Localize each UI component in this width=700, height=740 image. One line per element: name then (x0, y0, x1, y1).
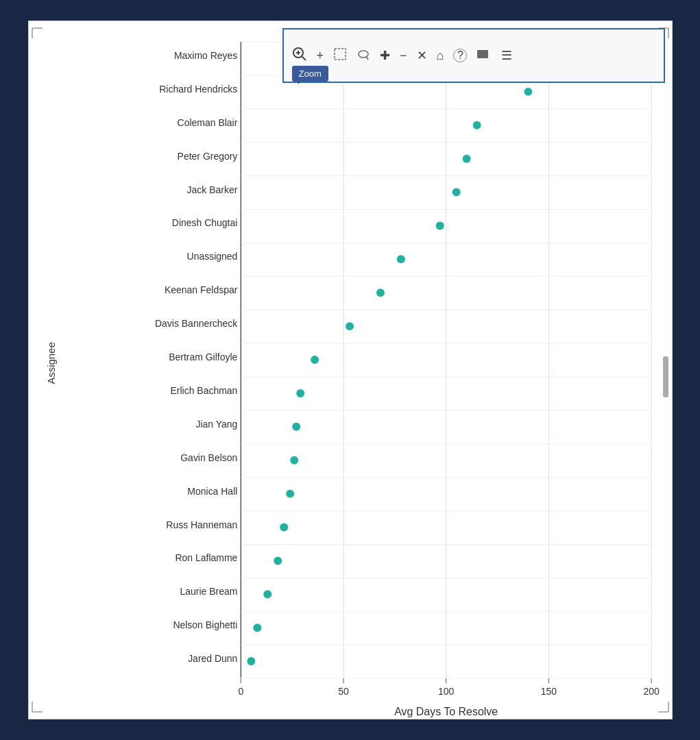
svg-text:Bertram Gilfoyle: Bertram Gilfoyle (169, 352, 237, 362)
svg-text:Avg Days To Resolve: Avg Days To Resolve (394, 706, 498, 717)
data-point-russ[interactable] (280, 523, 288, 532)
question-icon[interactable]: ? (453, 49, 467, 62)
lasso-icon[interactable] (357, 47, 370, 64)
data-point-ron[interactable] (274, 556, 282, 565)
svg-text:Dinesh Chugtai: Dinesh Chugtai (171, 217, 237, 228)
data-point-bertram[interactable] (311, 356, 319, 364)
svg-rect-4 (335, 49, 346, 60)
svg-text:Laurie Bream: Laurie Bream (180, 586, 237, 597)
svg-text:Peter Gregory: Peter Gregory (177, 151, 237, 162)
svg-text:Jack Barker: Jack Barker (186, 184, 237, 195)
data-point-jack[interactable] (452, 188, 460, 197)
zoom-icon[interactable]: Zoom 〉 (292, 47, 307, 65)
svg-text:150: 150 (540, 686, 557, 697)
data-point-dinesh[interactable] (435, 221, 444, 230)
svg-text:Assignee: Assignee (45, 342, 56, 384)
svg-text:0: 0 (238, 686, 243, 697)
svg-line-1 (302, 56, 306, 60)
chart-container: Zoom 〉 + ✚ − ✕ ⌂ ? ☰ (28, 21, 673, 719)
data-point-peter[interactable] (462, 155, 470, 163)
svg-text:200: 200 (643, 686, 660, 697)
svg-rect-73 (663, 356, 668, 397)
chart-area: /* computed row positions will be done v… (29, 21, 672, 719)
svg-text:Ron Laflamme: Ron Laflamme (175, 552, 237, 563)
times-icon[interactable]: ✕ (417, 48, 427, 63)
svg-text:Jared Dunn: Jared Dunn (188, 653, 237, 664)
svg-text:Maximo Reyes: Maximo Reyes (173, 50, 237, 61)
data-point-jared[interactable] (247, 657, 255, 665)
tag-icon[interactable] (476, 48, 492, 64)
add-icon[interactable]: + (317, 49, 324, 63)
zoom-tooltip: Zoom (292, 66, 328, 82)
svg-text:Richard Hendricks: Richard Hendricks (159, 84, 237, 95)
svg-text:Gavin Belson: Gavin Belson (180, 452, 237, 463)
data-point-keenan[interactable] (376, 288, 384, 297)
svg-text:Davis Bannercheck: Davis Bannercheck (154, 318, 237, 329)
selection-icon[interactable] (333, 47, 347, 64)
data-point-davis[interactable] (346, 322, 354, 330)
menu-icon[interactable]: ☰ (501, 48, 512, 63)
svg-text:100: 100 (438, 686, 455, 697)
data-point-coleman[interactable] (472, 121, 481, 130)
data-point-richard[interactable] (524, 88, 532, 96)
data-point-laurie[interactable] (263, 590, 271, 598)
data-point-jian[interactable] (292, 423, 300, 431)
data-point-unassigned[interactable] (396, 255, 405, 263)
data-point-monica[interactable] (286, 490, 294, 498)
svg-text:Keenan Feldspar: Keenan Feldspar (164, 284, 237, 295)
data-point-erlich[interactable] (296, 389, 304, 397)
svg-text:Russ Hanneman: Russ Hanneman (166, 519, 237, 530)
svg-text:Coleman Blair: Coleman Blair (177, 117, 237, 128)
svg-text:50: 50 (338, 686, 349, 697)
svg-text:Nelson Bighetti: Nelson Bighetti (173, 619, 237, 630)
svg-rect-7 (477, 50, 488, 58)
minus-icon[interactable]: − (400, 49, 407, 63)
crosshair-icon[interactable]: ✚ (380, 48, 390, 63)
svg-text:Jian Yang: Jian Yang (195, 419, 237, 430)
data-point-gavin[interactable] (290, 456, 298, 465)
data-point-nelson[interactable] (253, 624, 261, 632)
svg-text:Unassigned: Unassigned (186, 251, 237, 262)
svg-text:Erlich Bachman: Erlich Bachman (170, 385, 237, 396)
toolbar: Zoom 〉 + ✚ − ✕ ⌂ ? ☰ (282, 28, 665, 83)
svg-text:Monica Hall: Monica Hall (187, 486, 237, 497)
home-icon[interactable]: ⌂ (437, 49, 444, 63)
